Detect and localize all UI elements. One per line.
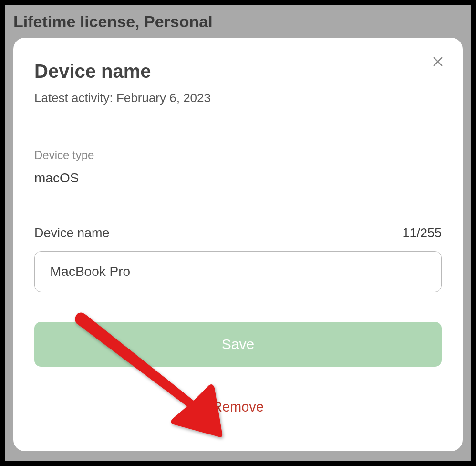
remove-link[interactable]: Remove (34, 399, 442, 415)
modal-title: Device name (34, 61, 442, 82)
device-name-input[interactable] (34, 251, 442, 292)
save-button[interactable]: Save (34, 322, 442, 367)
latest-activity-date: February 6, 2023 (116, 91, 211, 105)
device-name-label: Device name (34, 226, 110, 241)
page-title: Lifetime license, Personal (13, 12, 463, 31)
device-type-label: Device type (34, 148, 442, 162)
device-type-value: macOS (34, 170, 442, 186)
char-count: 11/255 (402, 226, 442, 241)
latest-activity: Latest activity: February 6, 2023 (34, 91, 442, 106)
latest-activity-label: Latest activity: (34, 91, 113, 105)
device-name-modal: Device name Latest activity: February 6,… (13, 38, 463, 451)
close-button[interactable] (430, 54, 445, 69)
close-icon (431, 55, 445, 68)
